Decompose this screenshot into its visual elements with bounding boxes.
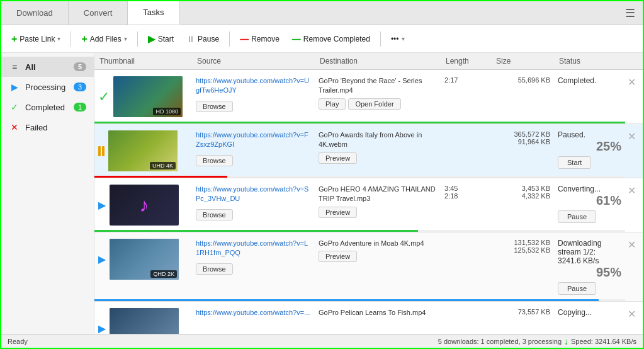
task-2-length <box>441 128 491 133</box>
task-3-thumbnail: ♪ <box>110 185 179 226</box>
task-2-close-button[interactable]: ✕ <box>625 128 643 145</box>
task-4-progress-wrap <box>94 299 625 301</box>
task-1-status: Completed. <box>554 74 625 88</box>
task-3-preview-button[interactable]: Preview <box>319 207 357 218</box>
task-2-actions: Preview <box>319 152 437 164</box>
dots-icon: ••• <box>391 35 399 43</box>
task-list: Thumbnail Source Destination Length Size… <box>94 53 643 334</box>
task-1-thumbnail: HD 1080 <box>113 76 183 117</box>
task-4-pause-button[interactable]: Pause <box>558 282 596 295</box>
task-3-size: 3,453 KB 4,332 KB <box>491 182 554 202</box>
task-3-pause-button[interactable]: Pause <box>558 210 596 223</box>
task-1-thumb-cell: ✓ HD 1080 <box>94 74 192 120</box>
start-label: Start <box>158 35 174 43</box>
task-1-source: https://www.youtube.com/watch?v=UgfTw6He… <box>192 74 315 115</box>
th-size: Size <box>491 57 554 66</box>
task-3-filename: GoPro HERO 4 AMAZING THAILAND TRIP Trave… <box>319 185 437 204</box>
remove-icon: — <box>240 34 249 44</box>
task-2-url: https://www.youtube.com/watch?v=FZsxz9Zp… <box>196 130 311 150</box>
paste-link-dropdown-icon: ▾ <box>57 35 60 42</box>
task-1-status-label: Completed. <box>558 76 621 85</box>
th-source: Source <box>192 57 315 66</box>
task-3-browse-button[interactable]: Browse <box>196 209 233 220</box>
sidebar-all-badge: 5 <box>74 62 86 71</box>
task-1-status-icon: ✓ <box>98 89 110 105</box>
sidebar-all-label: All <box>25 62 36 72</box>
paste-link-label: Paste Link <box>20 35 55 43</box>
add-files-button[interactable]: + Add Files ▾ <box>76 31 132 47</box>
pause-button[interactable]: ⏸ Pause <box>181 31 224 47</box>
task-2-progress-bar <box>94 176 227 178</box>
task-1-browse-button[interactable]: Browse <box>196 101 233 112</box>
task-1-url: https://www.youtube.com/watch?v=UgfTw6He… <box>196 76 311 96</box>
sidebar-item-failed[interactable]: ✕ Failed <box>1 117 94 137</box>
paste-link-button[interactable]: + Paste Link ▾ <box>6 31 65 47</box>
task-1-play-button[interactable]: Play <box>319 98 346 110</box>
task-3-status-icon: ▶ <box>98 199 106 211</box>
toolbar-separator-3 <box>229 31 230 47</box>
downloads-info: 5 downloads: 1 completed, 3 processing <box>438 338 562 345</box>
task-2-start-button[interactable]: Start <box>558 156 591 169</box>
task-2-thumbnail: UHD 4K <box>108 130 178 171</box>
task-1-open-folder-button[interactable]: Open Folder <box>348 98 400 110</box>
sidebar-item-completed[interactable]: ✓ Completed 1 <box>1 97 94 117</box>
task-3-close-button[interactable]: ✕ <box>625 182 643 199</box>
add-files-dropdown-icon: ▾ <box>124 35 127 42</box>
tab-download[interactable]: Download <box>1 1 69 25</box>
task-row-4: ▶ QHD 2K https://www.youtube.com/watch?v… <box>94 232 643 302</box>
add-files-label: Add Files <box>90 35 121 43</box>
task-1-dest: GoPro 'Beyond the Race' - Series Trailer… <box>315 74 441 112</box>
task-5-status-icon: ▶ <box>98 323 106 334</box>
sidebar-item-all[interactable]: ≡ All 5 <box>1 57 94 77</box>
task-2-thumb-badge: UHD 4K <box>150 162 176 169</box>
sidebar-item-processing[interactable]: ▶ Processing 3 <box>1 77 94 97</box>
task-3-actions: Preview <box>319 207 437 218</box>
tab-convert[interactable]: Convert <box>69 1 128 25</box>
task-1-length: 2:17 <box>441 74 491 86</box>
main-layout: ≡ All 5 ▶ Processing 3 ✓ Completed 1 ✕ F… <box>1 53 643 334</box>
task-4-browse-button[interactable]: Browse <box>196 263 233 275</box>
task-row-5: ▶ HD 1080 https://www.youtube.com/watch?… <box>94 302 643 334</box>
processing-icon: ▶ <box>9 82 20 92</box>
task-2-status: Paused. 25% Start <box>554 128 625 171</box>
task-2-browse-button[interactable]: Browse <box>196 155 233 166</box>
remove-button[interactable]: — Remove <box>235 31 285 47</box>
task-4-close-button[interactable]: ✕ <box>625 236 643 253</box>
task-5-status: Copying... <box>554 306 625 319</box>
remove-completed-button[interactable]: — Remove Completed <box>287 31 375 47</box>
task-2-status-icon <box>98 146 105 156</box>
toolbar: + Paste Link ▾ + Add Files ▾ ▶ Start ⏸ P… <box>1 25 643 53</box>
pause-label: Pause <box>198 35 219 43</box>
toolbar-separator-2 <box>137 31 138 47</box>
toolbar-separator-1 <box>71 31 71 47</box>
add-files-plus-icon: + <box>81 33 87 45</box>
task-4-actions: Preview <box>319 251 437 262</box>
tab-tasks[interactable]: Tasks <box>128 1 179 25</box>
remove-completed-label: Remove Completed <box>303 35 370 43</box>
status-bar: Ready 5 downloads: 1 completed, 3 proces… <box>1 334 643 348</box>
ready-label: Ready <box>8 338 28 345</box>
start-button[interactable]: ▶ Start <box>143 30 179 47</box>
task-1-close-button[interactable]: ✕ <box>625 74 643 91</box>
task-2-preview-button[interactable]: Preview <box>319 152 357 164</box>
task-4-pct: 95% <box>558 265 621 280</box>
sidebar-completed-label: Completed <box>25 103 65 112</box>
task-5-close-button[interactable]: ✕ <box>625 306 643 323</box>
task-4-preview-button[interactable]: Preview <box>319 251 357 262</box>
download-speed-icon: ↓ <box>564 336 568 346</box>
task-4-size: 131,532 KB 125,532 KB <box>491 236 554 256</box>
task-3-status: Converting... 61% Pause <box>554 182 625 226</box>
task-scroll-area[interactable]: ✓ HD 1080 https://www.youtube.com/watch?… <box>94 70 643 334</box>
task-5-thumb-cell: ▶ HD 1080 <box>94 306 192 334</box>
menu-button[interactable]: ☰ <box>618 1 643 25</box>
task-4-filename: GoPro Adventure in Moab 4K.mp4 <box>319 239 437 248</box>
task-3-dest: GoPro HERO 4 AMAZING THAILAND TRIP Trave… <box>315 182 441 220</box>
task-3-url: https://www.youtube.com/watch?v=SPc_3VHw… <box>196 185 311 204</box>
task-5-status-label: Copying... <box>558 308 621 317</box>
task-1-thumb-badge: HD 1080 <box>153 108 181 115</box>
task-4-status-icon: ▶ <box>98 253 106 265</box>
more-options-button[interactable]: ••• ▾ <box>386 32 410 46</box>
task-2-thumb-cell: UHD 4K <box>94 128 192 174</box>
plus-icon: + <box>11 33 17 45</box>
failed-icon: ✕ <box>9 122 20 132</box>
